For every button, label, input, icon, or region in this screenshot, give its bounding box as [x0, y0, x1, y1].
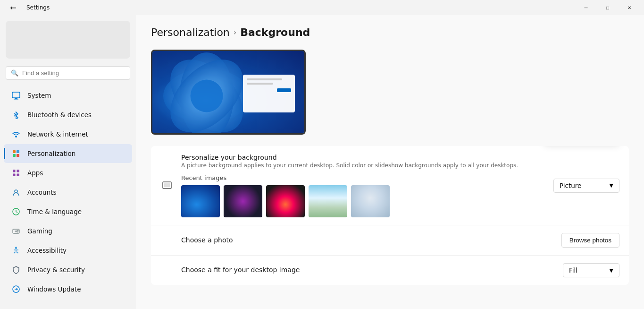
recent-image-5[interactable] [351, 185, 390, 217]
search-container[interactable]: 🔍 [6, 66, 130, 80]
svg-point-12 [15, 190, 17, 193]
recent-images-label: Recent images [181, 174, 546, 181]
breadcrumb-current: Background [240, 26, 310, 38]
svg-rect-8 [13, 170, 16, 172]
sidebar-label-update: Windows Update [27, 285, 81, 293]
sidebar-item-accounts[interactable]: Accounts [4, 183, 132, 202]
fit-dropdown[interactable]: Fill ▼ [563, 263, 619, 277]
browse-photos-button[interactable]: Browse photos [561, 233, 619, 248]
svg-point-18 [17, 232, 18, 232]
maximize-button[interactable]: □ [597, 0, 619, 15]
svg-rect-11 [17, 174, 20, 177]
search-input[interactable] [22, 69, 125, 77]
back-button[interactable]: ← [6, 0, 21, 15]
preview-btn-bar [247, 88, 291, 92]
choose-fit-text: Choose a fit for your desktop image [160, 266, 555, 275]
recent-images-grid [181, 185, 546, 217]
sidebar-item-time[interactable]: Time & language [4, 202, 132, 221]
title-bar-controls: ─ □ ✕ [575, 0, 640, 15]
recent-images-container: Recent images [181, 174, 546, 217]
sidebar: 🔍 System Bluetooth & devices [0, 15, 136, 309]
sidebar-label-gaming: Gaming [27, 227, 52, 235]
sidebar-item-network[interactable]: Network & internet [4, 125, 132, 144]
breadcrumb: Personalization › Background [151, 26, 629, 38]
fit-value-label: Fill [569, 266, 577, 274]
svg-rect-4 [13, 150, 16, 153]
svg-point-25 [191, 80, 223, 112]
sidebar-item-accessibility[interactable]: Accessibility [4, 241, 132, 260]
title-bar: ← Settings ─ □ ✕ [0, 0, 644, 15]
recent-image-1[interactable] [181, 185, 220, 217]
background-type-dropdown[interactable]: Picture ▼ [553, 179, 619, 193]
personalize-background-row: Personalize your background A picture ba… [151, 146, 629, 225]
close-button[interactable]: ✕ [619, 0, 640, 15]
sidebar-label-bluetooth: Bluetooth & devices [27, 111, 92, 119]
breadcrumb-separator: › [234, 28, 236, 37]
dropdown-selected-label: Picture [560, 182, 581, 189]
gaming-icon [11, 226, 21, 236]
bluetooth-icon [11, 110, 21, 120]
sidebar-item-system[interactable]: System [4, 86, 132, 105]
recent-image-2[interactable] [224, 185, 262, 217]
svg-point-17 [17, 230, 18, 231]
main-content: Personalization › Background [136, 15, 644, 309]
preview-btn [277, 88, 291, 92]
sidebar-label-accounts: Accounts [27, 189, 57, 196]
choose-fit-label: Choose a fit for your desktop image [181, 266, 555, 274]
svg-point-3 [16, 136, 17, 137]
svg-rect-5 [17, 150, 19, 153]
time-icon [11, 207, 21, 216]
sidebar-item-gaming[interactable]: Gaming [4, 222, 132, 240]
browse-photos-control: Browse photos [561, 233, 619, 248]
preview-line-1 [247, 78, 282, 80]
personalize-title: Personalize your background [181, 154, 546, 161]
app-body: 🔍 System Bluetooth & devices [0, 15, 644, 309]
fit-dropdown-control: Fill ▼ [563, 263, 619, 277]
personalize-dropdown-container: Picture Solid color Slideshow Windows sp… [553, 179, 619, 193]
svg-rect-7 [17, 154, 19, 157]
preview-window [243, 75, 295, 112]
choose-photo-label: Choose a photo [181, 236, 554, 244]
svg-rect-1 [15, 98, 17, 99]
accounts-icon [11, 188, 21, 197]
sidebar-item-personalization[interactable]: Personalization [4, 144, 132, 163]
chevron-down-icon: ▼ [610, 182, 613, 189]
svg-rect-6 [13, 154, 16, 157]
sidebar-label-accessibility: Accessibility [27, 247, 67, 254]
personalize-text: Personalize your background A picture ba… [181, 154, 546, 217]
sidebar-item-bluetooth[interactable]: Bluetooth & devices [4, 105, 132, 124]
svg-rect-0 [12, 92, 20, 98]
sidebar-label-apps: Apps [27, 169, 43, 177]
sidebar-label-personalization: Personalization [27, 150, 75, 157]
sidebar-item-apps[interactable]: Apps [4, 163, 132, 182]
title-bar-title: Settings [26, 4, 50, 11]
sidebar-item-windowsupdate[interactable]: Windows Update [4, 280, 132, 299]
preview-lines [247, 78, 291, 85]
minimize-button[interactable]: ─ [575, 0, 597, 15]
sidebar-label-privacy: Privacy & security [27, 266, 85, 274]
svg-point-19 [16, 247, 17, 249]
choose-photo-text: Choose a photo [160, 236, 554, 245]
background-settings-section: Personalize your background A picture ba… [151, 146, 629, 285]
personalize-subtitle: A picture background applies to your cur… [181, 162, 546, 169]
title-bar-left: ← Settings [6, 0, 50, 15]
recent-image-3[interactable] [266, 185, 305, 217]
preview-line-2 [247, 83, 273, 85]
accessibility-icon [11, 246, 21, 255]
update-icon [11, 284, 21, 294]
sidebar-item-privacy[interactable]: Privacy & security [4, 260, 132, 279]
background-row-icon [160, 179, 174, 192]
desktop-preview [151, 50, 306, 135]
recent-image-4[interactable] [309, 185, 347, 217]
personalization-icon [11, 149, 21, 158]
system-icon [11, 91, 21, 100]
sidebar-label-system: System [27, 92, 51, 99]
sidebar-nav: System Bluetooth & devices Network & int… [0, 84, 136, 309]
sidebar-profile [6, 21, 130, 59]
breadcrumb-parent[interactable]: Personalization [151, 26, 230, 38]
apps-icon [11, 168, 21, 178]
svg-rect-27 [164, 183, 170, 187]
choose-fit-row: Choose a fit for your desktop image Fill… [151, 256, 629, 285]
svg-rect-2 [14, 99, 18, 100]
sidebar-label-time: Time & language [27, 208, 82, 215]
